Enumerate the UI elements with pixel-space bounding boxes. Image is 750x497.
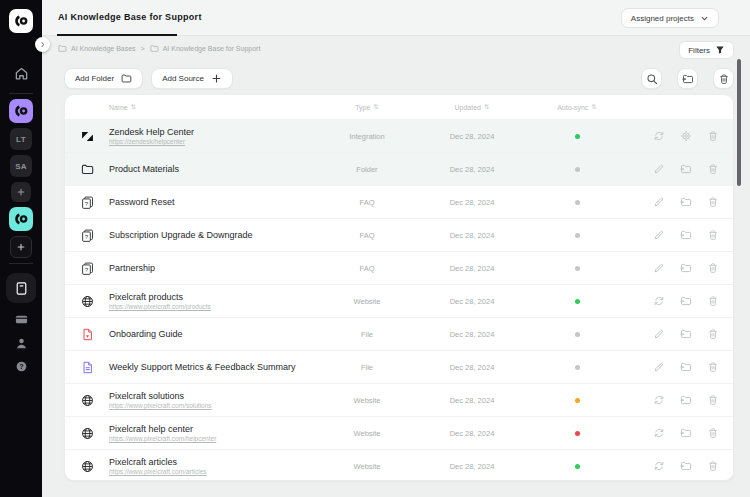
- updated-date: Dec 28, 2024: [417, 297, 527, 306]
- source-url[interactable]: https://zendesk/helpcenter: [109, 138, 317, 145]
- folder-move-action-button[interactable]: [680, 229, 692, 241]
- sidebar-divider: [9, 263, 33, 264]
- source-type: File: [317, 363, 417, 372]
- add-workspace-button[interactable]: [10, 236, 32, 258]
- breadcrumb-item[interactable]: AI Knowledge Bases: [58, 44, 136, 53]
- table-row[interactable]: Zendesk Help Centerhttps://zendesk/helpc…: [65, 119, 733, 152]
- column-header-updated[interactable]: Updated⇅: [417, 103, 527, 111]
- source-type: Website: [317, 429, 417, 438]
- folder-move-action-button[interactable]: [680, 196, 692, 208]
- sidebar-item-journal[interactable]: [6, 273, 36, 303]
- gear-action-button[interactable]: [680, 130, 692, 142]
- trash-action-button[interactable]: [707, 295, 719, 307]
- brand-logo[interactable]: [9, 9, 33, 33]
- refresh-action-button[interactable]: [653, 130, 665, 142]
- workspace-logo-badge[interactable]: [9, 99, 33, 123]
- zendesk-icon: [81, 130, 94, 143]
- source-url[interactable]: https://www.pixelcraft.com/articles: [109, 468, 317, 475]
- add-source-button[interactable]: Add Source: [151, 68, 233, 89]
- table-row[interactable]: Pixelcraft solutionshttps://www.pixelcra…: [65, 383, 733, 416]
- table-row[interactable]: Weekly Support Metrics & Feedback Summar…: [65, 350, 733, 383]
- trash-button[interactable]: [713, 68, 734, 89]
- trash-action-button[interactable]: [707, 328, 719, 340]
- refresh-action-button[interactable]: [653, 460, 665, 472]
- refresh-action-button[interactable]: [653, 427, 665, 439]
- workspace-logo-badge[interactable]: [9, 207, 33, 231]
- trash-action-button[interactable]: [707, 229, 719, 241]
- edit-action-button[interactable]: [653, 361, 665, 373]
- brand-logo-icon: [14, 15, 28, 27]
- active-tab-indicator: [57, 34, 177, 36]
- workspace-add-button[interactable]: [11, 182, 31, 202]
- folder-move-action-button[interactable]: [680, 394, 692, 406]
- toolbar-icon-buttons: [641, 68, 734, 89]
- table-row[interactable]: ?Password ResetFAQDec 28, 2024: [65, 185, 733, 218]
- column-header-type[interactable]: Type⇅: [317, 103, 417, 111]
- edit-action-button[interactable]: [653, 328, 665, 340]
- refresh-action-button[interactable]: [653, 394, 665, 406]
- trash-action-button[interactable]: [707, 460, 719, 472]
- workspace-initials-badge[interactable]: LT: [10, 128, 32, 150]
- source-name: Pixelcraft articles: [109, 457, 317, 467]
- edit-action-button[interactable]: [653, 262, 665, 274]
- scrollbar[interactable]: [737, 59, 741, 186]
- assigned-projects-label: Assigned projects: [631, 14, 694, 23]
- trash-action-button[interactable]: [707, 130, 719, 142]
- column-header-name[interactable]: Name⇅: [109, 103, 317, 111]
- funnel-icon: [715, 45, 725, 55]
- trash-action-button[interactable]: [707, 262, 719, 274]
- table-row[interactable]: ?Subscription Upgrade & DowngradeFAQDec …: [65, 218, 733, 251]
- edit-icon: [653, 163, 665, 175]
- add-folder-button[interactable]: Add Folder: [64, 68, 143, 89]
- filters-button[interactable]: Filters: [679, 41, 734, 59]
- search-icon: [646, 73, 658, 85]
- updated-date: Dec 28, 2024: [417, 462, 527, 471]
- column-header-auto-sync[interactable]: Auto-sync⇅: [527, 103, 627, 111]
- trash-action-button[interactable]: [707, 196, 719, 208]
- trash-action-button[interactable]: [707, 163, 719, 175]
- trash-action-button[interactable]: [707, 361, 719, 373]
- folder-move-action-button[interactable]: [680, 295, 692, 307]
- source-type: Website: [317, 297, 417, 306]
- breadcrumb-item[interactable]: AI Knowledge Base for Support: [150, 44, 261, 53]
- folder-move-action-button[interactable]: [680, 460, 692, 472]
- sidebar-item-account[interactable]: [14, 336, 29, 351]
- trash-action-button[interactable]: [707, 394, 719, 406]
- sidebar-divider: [9, 93, 33, 94]
- journal-icon: [14, 281, 29, 296]
- folder-move-button[interactable]: [677, 68, 698, 89]
- workspace-initials-badge[interactable]: SA: [10, 155, 32, 177]
- folder-move-action-button[interactable]: [680, 427, 692, 439]
- table-row[interactable]: Onboarding GuideFileDec 28, 2024: [65, 317, 733, 350]
- table-row[interactable]: Product MaterialsFolderDec 28, 2024: [65, 152, 733, 185]
- svg-text:?: ?: [19, 363, 23, 370]
- source-name: Product Materials: [109, 164, 317, 174]
- edit-action-button[interactable]: [653, 163, 665, 175]
- sidebar: LTSA ?: [0, 0, 42, 497]
- auto-sync-status-dot: [575, 266, 580, 271]
- folder-move-action-button[interactable]: [680, 163, 692, 175]
- refresh-action-button[interactable]: [653, 295, 665, 307]
- edit-action-button[interactable]: [653, 196, 665, 208]
- billing-icon: [14, 312, 29, 327]
- table-row[interactable]: Pixelcraft productshttps://www.pixelcraf…: [65, 284, 733, 317]
- trash-action-button[interactable]: [707, 427, 719, 439]
- folder-move-action-button[interactable]: [680, 262, 692, 274]
- sidebar-expand-button[interactable]: [35, 37, 50, 52]
- assigned-projects-dropdown[interactable]: Assigned projects: [621, 8, 719, 28]
- globe-icon: [81, 295, 94, 308]
- source-url[interactable]: https://www.pixelcraft.com/products: [109, 303, 317, 310]
- sidebar-item-billing[interactable]: [14, 312, 29, 327]
- table-row[interactable]: ?PartnershipFAQDec 28, 2024: [65, 251, 733, 284]
- folder-icon: [150, 44, 159, 53]
- table-row[interactable]: Pixelcraft help centerhttps://www.pixelc…: [65, 416, 733, 449]
- folder-move-action-button[interactable]: [680, 361, 692, 373]
- sidebar-item-home[interactable]: [14, 66, 29, 85]
- source-url[interactable]: https://www.pixelcraft.com/helpcenter: [109, 435, 317, 442]
- source-url[interactable]: https://www.pixelcraft.com/solutions: [109, 402, 317, 409]
- edit-action-button[interactable]: [653, 229, 665, 241]
- table-row[interactable]: Pixelcraft articleshttps://www.pixelcraf…: [65, 449, 733, 481]
- sidebar-item-help[interactable]: ?: [15, 360, 28, 373]
- search-button[interactable]: [641, 68, 662, 89]
- folder-move-action-button[interactable]: [680, 328, 692, 340]
